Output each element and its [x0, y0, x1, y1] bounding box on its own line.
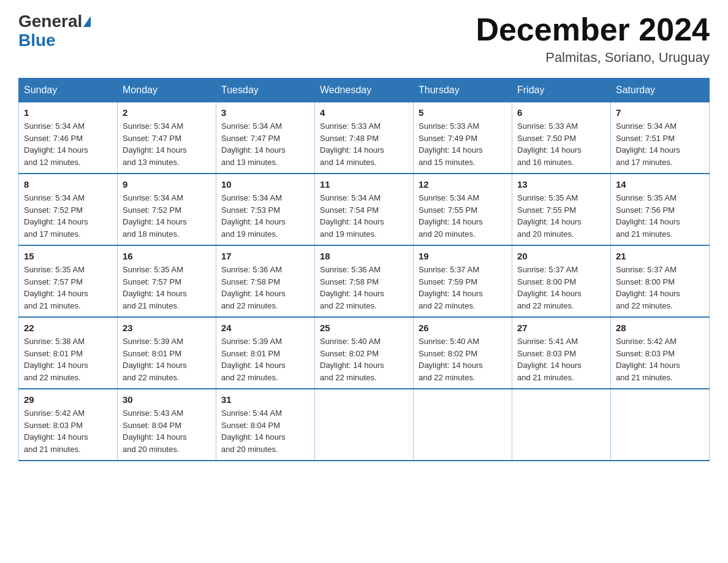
day-info: Sunrise: 5:34 AM Sunset: 7:55 PM Dayligh… [419, 192, 507, 240]
day-info: Sunrise: 5:39 AM Sunset: 8:01 PM Dayligh… [221, 335, 309, 383]
weekday-header-saturday: Saturday [611, 79, 710, 102]
calendar-cell: 30Sunrise: 5:43 AM Sunset: 8:04 PM Dayli… [118, 389, 216, 461]
day-number: 13 [517, 179, 605, 190]
day-info: Sunrise: 5:34 AM Sunset: 7:52 PM Dayligh… [123, 192, 211, 240]
day-number: 16 [123, 251, 211, 261]
calendar-cell: 24Sunrise: 5:39 AM Sunset: 8:01 PM Dayli… [216, 317, 315, 389]
page-header: General Blue December 2024 Palmitas, Sor… [18, 12, 710, 66]
day-number: 12 [419, 179, 507, 190]
day-number: 6 [517, 107, 605, 118]
calendar-cell: 9Sunrise: 5:34 AM Sunset: 7:52 PM Daylig… [118, 174, 216, 245]
day-info: Sunrise: 5:33 AM Sunset: 7:50 PM Dayligh… [517, 120, 605, 168]
day-info: Sunrise: 5:37 AM Sunset: 7:59 PM Dayligh… [419, 264, 507, 312]
day-info: Sunrise: 5:40 AM Sunset: 8:02 PM Dayligh… [419, 335, 507, 383]
location-subtitle: Palmitas, Soriano, Uruguay [476, 50, 710, 66]
day-number: 28 [616, 323, 704, 333]
day-info: Sunrise: 5:41 AM Sunset: 8:03 PM Dayligh… [517, 335, 605, 383]
day-number: 18 [320, 251, 408, 261]
day-number: 27 [517, 323, 605, 333]
day-info: Sunrise: 5:44 AM Sunset: 8:04 PM Dayligh… [221, 407, 309, 455]
day-info: Sunrise: 5:34 AM Sunset: 7:46 PM Dayligh… [24, 120, 112, 168]
day-info: Sunrise: 5:40 AM Sunset: 8:02 PM Dayligh… [320, 335, 408, 383]
calendar-cell: 29Sunrise: 5:42 AM Sunset: 8:03 PM Dayli… [19, 389, 118, 461]
day-number: 25 [320, 323, 408, 333]
day-info: Sunrise: 5:35 AM Sunset: 7:55 PM Dayligh… [517, 192, 605, 240]
month-title: December 2024 [476, 12, 710, 47]
day-number: 7 [616, 107, 704, 118]
calendar-cell: 12Sunrise: 5:34 AM Sunset: 7:55 PM Dayli… [414, 174, 512, 245]
day-number: 20 [517, 251, 605, 261]
calendar-week-row: 1Sunrise: 5:34 AM Sunset: 7:46 PM Daylig… [19, 102, 710, 174]
day-info: Sunrise: 5:35 AM Sunset: 7:56 PM Dayligh… [616, 192, 704, 240]
day-info: Sunrise: 5:35 AM Sunset: 7:57 PM Dayligh… [123, 264, 211, 312]
calendar-cell: 21Sunrise: 5:37 AM Sunset: 8:00 PM Dayli… [611, 245, 710, 317]
calendar-body: 1Sunrise: 5:34 AM Sunset: 7:46 PM Daylig… [19, 102, 710, 461]
calendar-week-row: 22Sunrise: 5:38 AM Sunset: 8:01 PM Dayli… [19, 317, 710, 389]
day-info: Sunrise: 5:38 AM Sunset: 8:01 PM Dayligh… [24, 335, 112, 383]
day-number: 24 [221, 323, 309, 333]
day-info: Sunrise: 5:37 AM Sunset: 8:00 PM Dayligh… [616, 264, 704, 312]
calendar-cell: 23Sunrise: 5:39 AM Sunset: 8:01 PM Dayli… [118, 317, 216, 389]
day-number: 26 [419, 323, 507, 333]
calendar-cell: 31Sunrise: 5:44 AM Sunset: 8:04 PM Dayli… [216, 389, 315, 461]
day-number: 10 [221, 179, 309, 190]
day-info: Sunrise: 5:42 AM Sunset: 8:03 PM Dayligh… [616, 335, 704, 383]
calendar-cell [611, 389, 710, 461]
weekday-header-wednesday: Wednesday [315, 79, 414, 102]
day-info: Sunrise: 5:34 AM Sunset: 7:53 PM Dayligh… [221, 192, 309, 240]
calendar-cell: 18Sunrise: 5:36 AM Sunset: 7:58 PM Dayli… [315, 245, 414, 317]
day-info: Sunrise: 5:33 AM Sunset: 7:49 PM Dayligh… [419, 120, 507, 168]
calendar-cell: 3Sunrise: 5:34 AM Sunset: 7:47 PM Daylig… [216, 102, 315, 174]
calendar-table: SundayMondayTuesdayWednesdayThursdayFrid… [18, 78, 710, 461]
logo-triangle-icon [83, 16, 91, 27]
day-info: Sunrise: 5:34 AM Sunset: 7:51 PM Dayligh… [616, 120, 704, 168]
logo-text-general: General [18, 12, 82, 31]
day-number: 23 [123, 323, 211, 333]
calendar-cell [512, 389, 611, 461]
calendar-cell: 27Sunrise: 5:41 AM Sunset: 8:03 PM Dayli… [512, 317, 611, 389]
day-info: Sunrise: 5:43 AM Sunset: 8:04 PM Dayligh… [123, 407, 211, 455]
calendar-cell: 16Sunrise: 5:35 AM Sunset: 7:57 PM Dayli… [118, 245, 216, 317]
calendar-cell: 11Sunrise: 5:34 AM Sunset: 7:54 PM Dayli… [315, 174, 414, 245]
calendar-cell: 26Sunrise: 5:40 AM Sunset: 8:02 PM Dayli… [414, 317, 512, 389]
day-info: Sunrise: 5:36 AM Sunset: 7:58 PM Dayligh… [221, 264, 309, 312]
day-number: 4 [320, 107, 408, 118]
day-info: Sunrise: 5:34 AM Sunset: 7:47 PM Dayligh… [221, 120, 309, 168]
day-number: 15 [24, 251, 112, 261]
day-number: 22 [24, 323, 112, 333]
calendar-cell [315, 389, 414, 461]
weekday-header-tuesday: Tuesday [216, 79, 315, 102]
day-number: 17 [221, 251, 309, 261]
day-info: Sunrise: 5:34 AM Sunset: 7:47 PM Dayligh… [123, 120, 211, 168]
weekday-header-monday: Monday [118, 79, 216, 102]
day-number: 21 [616, 251, 704, 261]
day-info: Sunrise: 5:36 AM Sunset: 7:58 PM Dayligh… [320, 264, 408, 312]
day-number: 1 [24, 107, 112, 118]
logo-text-blue: Blue [18, 31, 56, 50]
calendar-cell: 25Sunrise: 5:40 AM Sunset: 8:02 PM Dayli… [315, 317, 414, 389]
calendar-cell: 7Sunrise: 5:34 AM Sunset: 7:51 PM Daylig… [611, 102, 710, 174]
weekday-header-row: SundayMondayTuesdayWednesdayThursdayFrid… [19, 79, 710, 102]
day-info: Sunrise: 5:42 AM Sunset: 8:03 PM Dayligh… [24, 407, 112, 455]
calendar-cell: 1Sunrise: 5:34 AM Sunset: 7:46 PM Daylig… [19, 102, 118, 174]
calendar-cell [414, 389, 512, 461]
day-info: Sunrise: 5:34 AM Sunset: 7:52 PM Dayligh… [24, 192, 112, 240]
day-number: 2 [123, 107, 211, 118]
calendar-cell: 17Sunrise: 5:36 AM Sunset: 7:58 PM Dayli… [216, 245, 315, 317]
day-number: 8 [24, 179, 112, 190]
day-info: Sunrise: 5:33 AM Sunset: 7:48 PM Dayligh… [320, 120, 408, 168]
calendar-cell: 28Sunrise: 5:42 AM Sunset: 8:03 PM Dayli… [611, 317, 710, 389]
calendar-week-row: 15Sunrise: 5:35 AM Sunset: 7:57 PM Dayli… [19, 245, 710, 317]
calendar-cell: 5Sunrise: 5:33 AM Sunset: 7:49 PM Daylig… [414, 102, 512, 174]
day-number: 3 [221, 107, 309, 118]
day-info: Sunrise: 5:34 AM Sunset: 7:54 PM Dayligh… [320, 192, 408, 240]
day-info: Sunrise: 5:37 AM Sunset: 8:00 PM Dayligh… [517, 264, 605, 312]
day-number: 9 [123, 179, 211, 190]
calendar-week-row: 8Sunrise: 5:34 AM Sunset: 7:52 PM Daylig… [19, 174, 710, 245]
calendar-cell: 6Sunrise: 5:33 AM Sunset: 7:50 PM Daylig… [512, 102, 611, 174]
calendar-cell: 22Sunrise: 5:38 AM Sunset: 8:01 PM Dayli… [19, 317, 118, 389]
day-number: 31 [221, 394, 309, 405]
day-number: 5 [419, 107, 507, 118]
calendar-cell: 2Sunrise: 5:34 AM Sunset: 7:47 PM Daylig… [118, 102, 216, 174]
day-info: Sunrise: 5:39 AM Sunset: 8:01 PM Dayligh… [123, 335, 211, 383]
